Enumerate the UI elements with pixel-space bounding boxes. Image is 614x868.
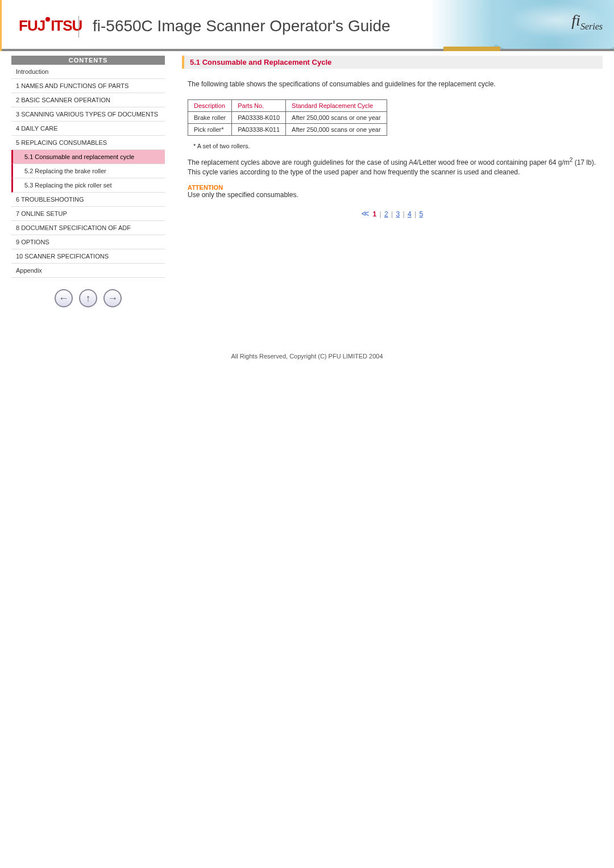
sidebar: CONTENTS Introduction 1 NAMES AND FUNCTI… bbox=[0, 51, 165, 319]
nav-chapter-6[interactable]: 6 TROUBLESHOOTING bbox=[11, 193, 165, 207]
pager-page-5[interactable]: 5 bbox=[420, 210, 424, 218]
main-content: 5.1 Consumable and Replacement Cycle The… bbox=[165, 51, 614, 319]
nav-chapter-2[interactable]: 2 BASIC SCANNER OPERATION bbox=[11, 93, 165, 107]
pager: << 1 | 2 | 3 | 4 | 5 bbox=[182, 209, 603, 218]
nav-appendix[interactable]: Appendix bbox=[11, 264, 165, 278]
pager-page-3[interactable]: 3 bbox=[396, 210, 400, 218]
guidelines-paragraph: The replacement cycles above are rough g… bbox=[188, 156, 603, 177]
prev-page-button[interactable]: ← bbox=[55, 289, 73, 307]
nav-section-5-1[interactable]: 5.1 Consumable and replacement cycle bbox=[11, 150, 165, 164]
nav-chapter-9[interactable]: 9 OPTIONS bbox=[11, 235, 165, 249]
header-accent bbox=[443, 47, 500, 51]
contents-header: CONTENTS bbox=[11, 56, 165, 65]
nav-section-5-2[interactable]: 5.2 Replacing the brake roller bbox=[11, 164, 165, 178]
pager-page-2[interactable]: 2 bbox=[384, 210, 388, 218]
col-description: Description bbox=[188, 100, 232, 112]
next-page-button[interactable]: → bbox=[103, 289, 122, 307]
top-page-button[interactable]: ↑ bbox=[79, 289, 97, 307]
col-replacement-cycle: Standard Replacement Cycle bbox=[286, 100, 387, 112]
series-badge: fiSeries bbox=[571, 11, 603, 32]
header-divider bbox=[78, 16, 79, 37]
nav-chapter-8[interactable]: 8 DOCUMENT SPECIFICATION OF ADF bbox=[11, 221, 165, 235]
attention-label: ATTENTION bbox=[188, 184, 603, 191]
nav-chapter-5[interactable]: 5 REPLACING CONSUMABLES bbox=[11, 136, 165, 150]
copyright-footer: All Rights Reserved, Copyright (C) PFU L… bbox=[0, 319, 614, 371]
col-parts-no: Parts No. bbox=[232, 100, 286, 112]
nav-chapter-10[interactable]: 10 SCANNER SPECIFICATIONS bbox=[11, 249, 165, 264]
pager-page-1: 1 bbox=[373, 210, 377, 218]
consumables-table: Description Parts No. Standard Replaceme… bbox=[188, 99, 387, 136]
header-banner: FUJITSU fi-5650C Image Scanner Operator'… bbox=[0, 0, 614, 51]
attention-text: Use only the specified consumables. bbox=[188, 191, 603, 199]
page-title: fi-5650C Image Scanner Operator's Guide bbox=[93, 17, 391, 35]
table-footnote: * A set of two rollers. bbox=[193, 143, 603, 149]
nav-controls: ← ↑ → bbox=[11, 278, 165, 319]
pager-prev-icon[interactable]: << bbox=[362, 209, 367, 218]
header-underline bbox=[2, 49, 614, 51]
nav-section-5-3[interactable]: 5.3 Replacing the pick roller set bbox=[11, 178, 165, 193]
nav-chapter-1[interactable]: 1 NAMES AND FUNCTIONS OF PARTS bbox=[11, 79, 165, 93]
nav-chapter-4[interactable]: 4 DAILY CARE bbox=[11, 122, 165, 136]
table-row: Brake roller PA03338-K010 After 250,000 … bbox=[188, 112, 387, 124]
intro-text: The following table shows the specificat… bbox=[182, 80, 603, 88]
nav-chapter-3[interactable]: 3 SCANNING VARIOUS TYPES OF DOCUMENTS bbox=[11, 107, 165, 122]
table-row: Pick roller* PA03338-K011 After 250,000 … bbox=[188, 124, 387, 136]
section-title: 5.1 Consumable and Replacement Cycle bbox=[182, 56, 603, 69]
nav-chapter-7[interactable]: 7 ONLINE SETUP bbox=[11, 207, 165, 221]
brand-logo: FUJITSU bbox=[19, 17, 82, 35]
pager-page-4[interactable]: 4 bbox=[408, 210, 412, 218]
nav-introduction[interactable]: Introduction bbox=[11, 65, 165, 79]
